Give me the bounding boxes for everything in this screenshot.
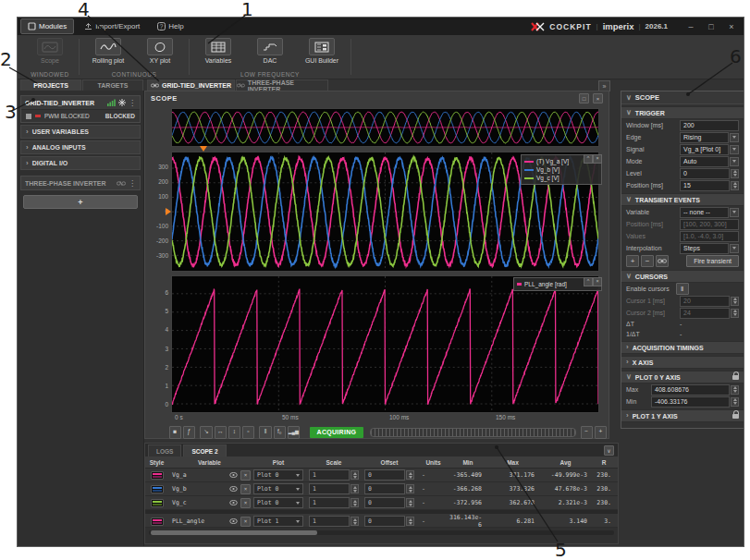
legend-entry[interactable]: Vg_b [V] — [524, 165, 598, 174]
signal-style-swatch[interactable] — [151, 517, 164, 526]
scope-plot-1[interactable] — [171, 275, 599, 413]
trigger-level-marker[interactable] — [166, 208, 171, 215]
remove-variable-button[interactable]: × — [240, 498, 251, 508]
signal-style-swatch[interactable] — [151, 485, 164, 493]
ribbon-xy-plot-button[interactable]: XY plot — [139, 38, 181, 70]
sidebar-tab-projects[interactable]: PROJECTS — [20, 79, 81, 91]
fire-transient-button[interactable]: Fire transient — [686, 255, 739, 267]
tab-scope-2[interactable]: SCOPE 2 — [183, 444, 226, 457]
plot0-max-stepper[interactable] — [731, 385, 739, 395]
legend-collapse-button[interactable]: ^ — [584, 154, 593, 164]
add-project-button[interactable]: + — [23, 195, 138, 209]
chevron-down-icon[interactable] — [730, 133, 739, 142]
legend-entry[interactable]: Vg_c [V] — [524, 174, 598, 182]
signal-select[interactable]: Vg_a [Plot 0] — [680, 144, 729, 155]
visibility-eye-icon[interactable] — [229, 500, 238, 505]
ribbon-dac-button[interactable]: DAC — [249, 38, 291, 70]
scale-stepper[interactable] — [350, 498, 359, 507]
legend-close-button[interactable]: × — [593, 277, 602, 286]
add-transient-button[interactable]: + — [626, 255, 639, 267]
section-transient-events[interactable]: ∨ TRANSIENT EVENTS — [621, 193, 744, 206]
sidebar-item-user-variables[interactable]: › USER VARIABLES — [20, 125, 141, 139]
plot-select[interactable]: Plot 0 — [253, 497, 303, 508]
collapse-panel-button[interactable]: ∨ — [604, 445, 614, 456]
remove-variable-button[interactable]: × — [240, 484, 251, 494]
float-panel-button[interactable]: □ — [579, 93, 589, 103]
fit-horizontal-button[interactable]: ↔ — [215, 426, 227, 439]
remove-transient-button[interactable]: − — [641, 255, 654, 267]
offset-input[interactable]: 0 — [364, 469, 405, 481]
section-x-axis[interactable]: › X AXIS — [621, 356, 744, 369]
main-tab-three-phase-inverter[interactable]: THREE-PHASE INVERTER — [236, 79, 328, 91]
horizontal-scrollbar[interactable] — [149, 530, 614, 535]
scale-stepper[interactable] — [350, 470, 359, 480]
cursor1-stepper[interactable] — [731, 297, 739, 306]
legend-close-button[interactable]: × — [593, 154, 602, 164]
signal-style-swatch[interactable] — [151, 499, 164, 507]
offset-stepper[interactable] — [406, 470, 414, 480]
section-acquisition-timings[interactable]: › ACQUISITION TIMINGS — [621, 341, 744, 354]
position-stepper[interactable] — [731, 181, 739, 190]
unlock-icon[interactable] — [732, 414, 739, 419]
histogram-button[interactable]: ▂▄▆ — [288, 426, 300, 439]
pwm-status-row[interactable]: PWM BLOCKED BLOCKED — [21, 109, 140, 122]
remove-variable-button[interactable]: × — [240, 517, 251, 527]
project-card-header[interactable]: THREE-PHASE INVERTER ⋮ — [21, 177, 140, 189]
close-button[interactable]: × — [721, 18, 742, 34]
unlock-icon[interactable] — [732, 375, 739, 380]
sidebar-item-digital-io[interactable]: › DIGITAL I/O — [20, 156, 141, 170]
sidebar-tab-targets[interactable]: TARGETS — [82, 79, 143, 91]
scale-input[interactable]: 1 — [309, 469, 350, 481]
ribbon-gui-builder-button[interactable]: GUI Builder — [301, 38, 343, 70]
tab-logs[interactable]: LOGS — [148, 444, 181, 457]
scrollbar-thumb[interactable] — [151, 530, 317, 535]
minimize-button[interactable]: – — [681, 18, 701, 34]
offset-stepper[interactable] — [406, 484, 414, 493]
plot-select[interactable]: Plot 1 — [253, 516, 303, 527]
pan-button[interactable]: ↘ — [200, 426, 212, 439]
cursors-button[interactable]: ‖ — [259, 426, 271, 439]
offset-input[interactable]: 0 — [364, 483, 405, 494]
ribbon-rolling-plot-button[interactable]: Rolling plot — [87, 38, 129, 70]
zoom-in-button[interactable]: + — [595, 426, 607, 439]
project-card-header[interactable]: GRID-TIED_INVERTER ⋮ — [21, 96, 140, 109]
level-input[interactable]: 0 — [680, 168, 730, 179]
plot0-min-stepper[interactable] — [731, 397, 739, 407]
chevron-down-icon[interactable] — [730, 145, 739, 154]
maximize-button[interactable]: □ — [701, 18, 721, 34]
fft-button[interactable]: f₀ — [274, 426, 286, 439]
transient-variable-select[interactable]: -- none -- — [680, 207, 729, 218]
section-plot1-y-axis[interactable]: › PLOT 1 Y AXIS — [621, 409, 744, 422]
plot0-max-input[interactable]: 408.608676 — [651, 384, 730, 396]
section-trigger[interactable]: ∨ TRIGGER — [621, 106, 744, 119]
chevron-down-icon[interactable] — [730, 208, 739, 217]
plot-select[interactable]: Plot 0 — [253, 469, 303, 481]
offset-input[interactable]: 0 — [364, 516, 405, 527]
chevron-down-icon[interactable] — [730, 157, 739, 166]
trigger-position-marker[interactable] — [200, 146, 207, 152]
visibility-eye-icon[interactable] — [229, 518, 238, 524]
sidebar-item-analog-inputs[interactable]: › ANALOG INPUTS — [20, 140, 141, 154]
offset-input[interactable]: 0 — [364, 497, 405, 508]
signal-style-swatch[interactable] — [151, 471, 164, 480]
plot-select[interactable]: Plot 0 — [253, 483, 303, 494]
project-menu-icon[interactable]: ⋮ — [129, 99, 136, 107]
scale-stepper[interactable] — [350, 484, 359, 493]
zoom-out-button[interactable]: − — [581, 426, 593, 439]
level-stepper[interactable] — [731, 169, 739, 178]
visibility-eye-icon[interactable] — [229, 486, 238, 492]
mode-select[interactable]: Auto — [680, 156, 729, 167]
visibility-eye-icon[interactable] — [229, 472, 238, 478]
acquisition-overview-plot[interactable] — [171, 108, 599, 147]
enable-cursors-button[interactable]: ‖ — [676, 283, 689, 295]
position-ms-input[interactable]: 15 — [680, 180, 730, 191]
main-tab-grid-tied-inverter[interactable]: GRID-TIED_INVERTER — [147, 79, 235, 91]
close-panel-button[interactable]: × — [593, 93, 603, 103]
link-transients-button[interactable] — [656, 255, 669, 267]
ribbon-variables-button[interactable]: Variables — [197, 38, 240, 70]
offset-stepper[interactable] — [406, 498, 414, 507]
plot0-min-input[interactable]: -406.33176 — [651, 396, 730, 408]
scale-stepper[interactable] — [350, 517, 359, 526]
menu-import-export[interactable]: Import/Export — [77, 18, 147, 34]
settings-panel-title[interactable]: ∨ SCOPE — [621, 91, 744, 104]
